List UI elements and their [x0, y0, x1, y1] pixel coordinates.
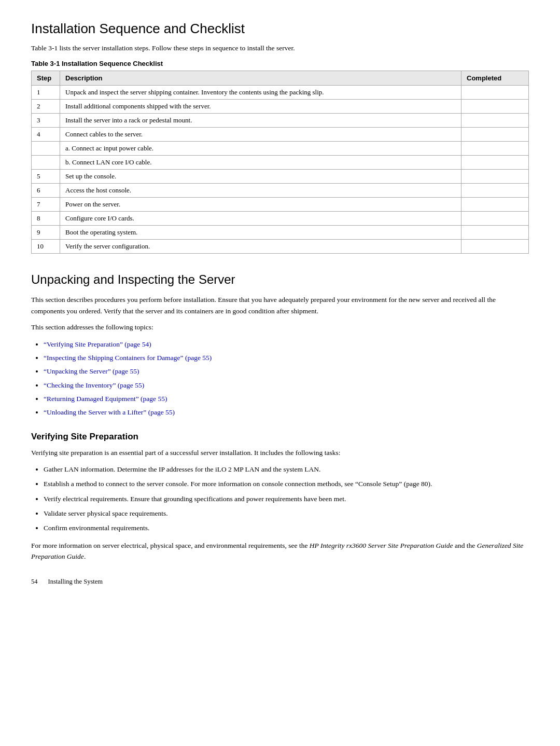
table-cell-step: 9 — [32, 226, 60, 240]
list-item: “Unpacking the Server” (page 55) — [44, 365, 529, 378]
table-cell-step — [32, 142, 60, 156]
table-cell-completed — [461, 198, 529, 212]
table-cell-completed — [461, 184, 529, 198]
table-row: 1Unpack and inspect the server shipping … — [32, 86, 529, 100]
table-cell-completed — [461, 100, 529, 114]
table-cell-step: 7 — [32, 198, 60, 212]
table-cell-step: 8 — [32, 212, 60, 226]
list-item: Gather LAN information. Determine the IP… — [44, 463, 529, 476]
list-item: “Returning Damaged Equipment” (page 55) — [44, 393, 529, 405]
table-row: 9Boot the operating system. — [32, 226, 529, 240]
table-cell-description: Set up the console. — [60, 170, 461, 184]
table-cell-description: Verify the server configuration. — [60, 240, 461, 254]
table-row: 6Access the host console. — [32, 184, 529, 198]
col-header-completed: Completed — [461, 71, 529, 86]
table-cell-description: Access the host console. — [60, 184, 461, 198]
table-cell-step: 4 — [32, 128, 60, 142]
table-row: a. Connect ac input power cable. — [32, 142, 529, 156]
table-cell-step: 6 — [32, 184, 60, 198]
table-cell-step: 10 — [32, 240, 60, 254]
table-cell-completed — [461, 156, 529, 170]
list-item: “Unloading the Server with a Lifter” (pa… — [44, 406, 529, 419]
table-cell-step: 2 — [32, 100, 60, 114]
table-cell-completed — [461, 142, 529, 156]
table-cell-completed — [461, 128, 529, 142]
table-cell-completed — [461, 240, 529, 254]
table-cell-description: Connect cables to the server. — [60, 128, 461, 142]
list-item: Verify electrical requirements. Ensure t… — [44, 493, 529, 505]
table-cell-description: Power on the server. — [60, 198, 461, 212]
section3-title: Verifying Site Preparation — [31, 432, 529, 442]
table-row: 10Verify the server configuration. — [32, 240, 529, 254]
table-cell-description: b. Connect LAN core I/O cable. — [60, 156, 461, 170]
table-row: 7Power on the server. — [32, 198, 529, 212]
table-cell-completed — [461, 226, 529, 240]
table-row: 2Install additional components shipped w… — [32, 100, 529, 114]
section3-bullets: Gather LAN information. Determine the IP… — [44, 463, 529, 534]
table-cell-description: Install additional components shipped wi… — [60, 100, 461, 114]
table-caption: Table 3-1 Installation Sequence Checklis… — [31, 60, 529, 67]
intro-paragraph: Table 3-1 lists the server installation … — [31, 44, 529, 52]
table-cell-step: 1 — [32, 86, 60, 100]
table-row: 8Configure core I/O cards. — [32, 212, 529, 226]
section2-body2: This section addresses the following top… — [31, 322, 529, 333]
table-cell-completed — [461, 114, 529, 128]
section3-body2: For more information on server electrica… — [31, 540, 529, 562]
table-cell-step — [32, 156, 60, 170]
col-header-description: Description — [60, 71, 461, 86]
table-cell-description: Install the server into a rack or pedest… — [60, 114, 461, 128]
list-item: Validate server physical space requireme… — [44, 507, 529, 520]
table-cell-completed — [461, 86, 529, 100]
section2-title: Unpacking and Inspecting the Server — [31, 272, 529, 287]
table-cell-description: a. Connect ac input power cable. — [60, 142, 461, 156]
footer-section-label: Installing the System — [48, 578, 103, 586]
checklist-table: Step Description Completed 1Unpack and i… — [31, 71, 529, 254]
table-row: 4Connect cables to the server. — [32, 128, 529, 142]
table-cell-description: Unpack and inspect the server shipping c… — [60, 86, 461, 100]
section2-links: “Verifying Site Preparation” (page 54)“I… — [44, 338, 529, 419]
list-item: “Verifying Site Preparation” (page 54) — [44, 338, 529, 351]
col-header-step: Step — [32, 71, 60, 86]
page-footer: 54 Installing the System — [31, 578, 529, 586]
table-row: b. Connect LAN core I/O cable. — [32, 156, 529, 170]
footer-page-number: 54 — [31, 578, 38, 586]
table-cell-completed — [461, 170, 529, 184]
list-item: Establish a method to connect to the ser… — [44, 478, 529, 490]
table-cell-completed — [461, 212, 529, 226]
table-cell-description: Configure core I/O cards. — [60, 212, 461, 226]
table-cell-step: 3 — [32, 114, 60, 128]
list-item: “Checking the Inventory” (page 55) — [44, 379, 529, 392]
list-item: Confirm environmental requirements. — [44, 522, 529, 534]
table-row: 5Set up the console. — [32, 170, 529, 184]
section3-body1: Verifying site preparation is an essenti… — [31, 447, 529, 459]
table-cell-description: Boot the operating system. — [60, 226, 461, 240]
table-row: 3Install the server into a rack or pedes… — [32, 114, 529, 128]
section2-body1: This section describes procedures you pe… — [31, 294, 529, 316]
list-item: “Inspecting the Shipping Containers for … — [44, 352, 529, 364]
table-cell-step: 5 — [32, 170, 60, 184]
page-title: Installation Sequence and Checklist — [31, 21, 529, 37]
